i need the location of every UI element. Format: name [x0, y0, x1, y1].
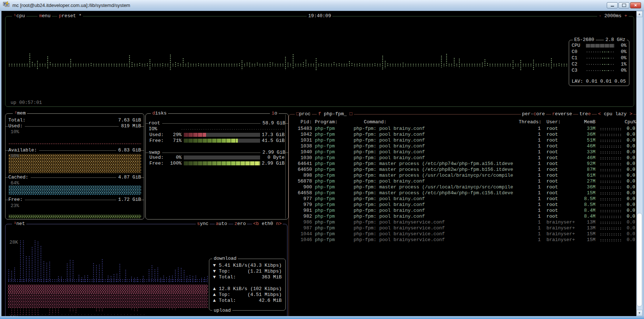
- minimize-button[interactable]: [607, 2, 618, 8]
- proc-column-headers: Pid: Program: Command: Threads: User: Me…: [291, 119, 635, 125]
- proc-box: □proc f php-fpm_ □ per-corereversetree< …: [289, 114, 636, 316]
- process-row[interactable]: 1038php-fpmphp-fpm: pool brainy.conf1roo…: [291, 143, 635, 149]
- cpu-info-box: E5-2680 2.8 GHz CPU0%C00%C10%C21%C30% LA…: [569, 40, 629, 86]
- close-button[interactable]: ✕: [630, 2, 641, 8]
- process-row[interactable]: 900php-fpmphp-fpm: master process (/usr/…: [291, 184, 635, 190]
- cpu-core-row: C21%: [569, 61, 629, 67]
- upload-graph: [8, 285, 208, 316]
- process-row[interactable]: 979php-fpmphp-fpm: pool brainy.conf1root…: [291, 202, 635, 208]
- disk-io-row: IO%: [149, 126, 285, 132]
- process-row[interactable]: 1046php-fpmphp-fpm: pool brainyservice.c…: [291, 237, 635, 243]
- proc-box-title[interactable]: □proc: [295, 111, 312, 117]
- mem-stat-pct: 23%: [8, 203, 141, 209]
- process-row[interactable]: 1042php-fpmphp-fpm: pool brainy.conf1roo…: [291, 132, 635, 138]
- menu-button[interactable]: menu: [38, 13, 52, 19]
- download-label: download: [212, 256, 238, 262]
- process-row[interactable]: 1044php-fpmphp-fpm: pool brainyservice.c…: [291, 231, 635, 237]
- interval-value: 2000ms: [605, 13, 622, 19]
- clock: 19:40:09: [307, 13, 332, 19]
- process-row[interactable]: 986php-fpmphp-fpm: pool brainyservice.co…: [291, 219, 635, 225]
- process-row[interactable]: 982php-fpmphp-fpm: pool brainy.conf1root…: [291, 214, 635, 219]
- column-threads[interactable]: Threads:: [519, 119, 541, 125]
- preset-button[interactable]: preset *: [57, 13, 83, 19]
- process-row[interactable]: 981php-fpmphp-fpm: pool brainy.conf1root…: [291, 208, 635, 214]
- mem-box: ²mem Total:7.63 GiBUsed:819 MiB10%Availa…: [5, 113, 144, 219]
- mem-cached-graph: [8, 185, 141, 195]
- auto-button[interactable]: auto: [215, 221, 228, 227]
- io-toggle[interactable]: io: [270, 110, 279, 116]
- process-filter-input[interactable]: f php-fpm_ □: [317, 111, 354, 117]
- terminal-screen: ¹cpu menu preset * 19:40:09 - 2000ms + E…: [1, 11, 636, 316]
- column-memb[interactable]: MemB: [574, 119, 595, 125]
- titlebar[interactable]: mc [root@ub24.itdeveloper.com.ua]:/lib/s…: [0, 0, 644, 11]
- scrollbar-thumb[interactable]: [637, 213, 642, 307]
- io-divider: [285, 115, 286, 218]
- cpu-core-row: C10%: [569, 55, 629, 61]
- maximize-button[interactable]: [618, 2, 629, 8]
- interface-selector[interactable]: <b eth0 n>: [252, 221, 283, 227]
- net-stat-row: ▲Total:42.6 MiB: [213, 298, 282, 304]
- net-stats-box: download ▼5.41 KiB/s(43.3 Kibps)▼Top:(1.…: [209, 259, 286, 311]
- column-command[interactable]: Command:: [351, 119, 519, 125]
- per-core-button[interactable]: per-core: [521, 111, 546, 117]
- cpu-core-row: C30%: [569, 67, 629, 74]
- process-row[interactable]: 15483php-fpmphp-fpm: pool brainy.conf1ro…: [291, 126, 635, 132]
- process-row[interactable]: 64650php-fpmphp-fpm: master process (/et…: [291, 167, 635, 173]
- process-row[interactable]: 977php-fpmphp-fpm: pool brainy.conf1root…: [291, 196, 635, 202]
- process-row[interactable]: 64658php-fpmphp-fpm: master process (/et…: [291, 190, 635, 196]
- cpu-box: ¹cpu menu preset * 19:40:09 - 2000ms + E…: [5, 16, 634, 107]
- zero-button[interactable]: zero: [233, 221, 247, 227]
- mem-box-title[interactable]: ²mem: [13, 110, 27, 116]
- net-stat-row: ▼Total:363 MiB: [213, 274, 282, 280]
- disks-box: disks io root58.9 GiBIO%Used:29%17.3 GiB…: [145, 113, 289, 219]
- process-row[interactable]: 1030php-fpmphp-fpm: pool brainy.conf1roo…: [291, 155, 635, 161]
- net-box: ³net syncautozero<b eth0 n> 28K 28K down…: [5, 224, 287, 316]
- column-user[interactable]: User:: [541, 119, 574, 125]
- mem-stat-pct: 90%: [8, 153, 141, 159]
- column-pid[interactable]: Pid:: [291, 119, 312, 125]
- disk-usage-row: Free:71%41.5 GiB: [149, 138, 285, 144]
- download-graph: [8, 239, 208, 282]
- process-row[interactable]: 987php-fpmphp-fpm: pool brainyservice.co…: [291, 225, 635, 231]
- window-bottom-border: [0, 316, 644, 319]
- cpu-box-title[interactable]: ¹cpu: [12, 13, 26, 19]
- net-stat-row: ▼Top:(1.21 Mibps): [213, 269, 282, 274]
- upload-label: upload: [212, 308, 232, 314]
- cpu-model: E5-2680: [573, 37, 596, 43]
- net-stat-row: ▲12.8 KiB/s(102 Kibps): [213, 286, 282, 292]
- disk-name-row: root58.9 GiB: [149, 120, 285, 126]
- process-row[interactable]: 1031php-fpmphp-fpm: pool brainy.conf1roo…: [291, 138, 635, 143]
- process-row[interactable]: 898php-fpmphp-fpm: master process (/usr/…: [291, 173, 635, 179]
- mem-stat-row: Total:7.63 GiB: [8, 117, 141, 123]
- column-cpu[interactable]: Cpu%: [625, 119, 635, 125]
- scrollbar[interactable]: ▲ ▼: [636, 11, 643, 316]
- sync-button[interactable]: sync: [196, 221, 209, 227]
- mem-stat-row: Available:6.83 GiB: [8, 147, 141, 153]
- interval-plus-button[interactable]: +: [624, 13, 627, 19]
- putty-icon: [3, 1, 9, 9]
- cpu-sort-selector[interactable]: < cpu lazy >: [597, 111, 633, 117]
- column-program[interactable]: Program:: [312, 119, 351, 125]
- mem-stat-pct: 10%: [8, 129, 141, 135]
- reverse-button[interactable]: reverse: [551, 111, 573, 117]
- disk-usage-row: Used:0%0 Byte: [149, 155, 285, 161]
- scroll-down-icon[interactable]: ▼: [636, 310, 643, 316]
- process-row[interactable]: 1040php-fpmphp-fpm: pool brainy.conf1roo…: [291, 149, 635, 155]
- cpu-core-row: CPU0%: [569, 42, 629, 49]
- disk-usage-row: Used:29%17.3 GiB: [149, 132, 285, 138]
- net-box-title[interactable]: ³net: [12, 221, 26, 227]
- cpu-usage-graph: [8, 52, 571, 77]
- putty-window: mc [root@ub24.itdeveloper.com.ua]:/lib/s…: [0, 0, 644, 319]
- process-row[interactable]: 64641php-fpmphp-fpm: master process (/et…: [291, 161, 635, 167]
- scroll-up-icon[interactable]: ▲: [636, 11, 643, 17]
- tree-button[interactable]: tree: [578, 111, 592, 117]
- mem-stat-row: Free:1.72 GiB: [8, 197, 141, 203]
- process-list: 15483php-fpmphp-fpm: pool brainy.conf1ro…: [291, 126, 635, 243]
- uptime: up 00:57:01: [11, 100, 42, 106]
- mem-stat-pct: 64%: [8, 180, 141, 186]
- disks-box-title[interactable]: disks: [151, 110, 168, 116]
- process-row[interactable]: 56878php-fpmphp-fpm: pool brainy.conf1ro…: [291, 179, 635, 184]
- interval-minus-button[interactable]: -: [599, 13, 602, 19]
- mem-used-graph: [8, 143, 141, 145]
- update-interval: - 2000ms +: [597, 13, 629, 19]
